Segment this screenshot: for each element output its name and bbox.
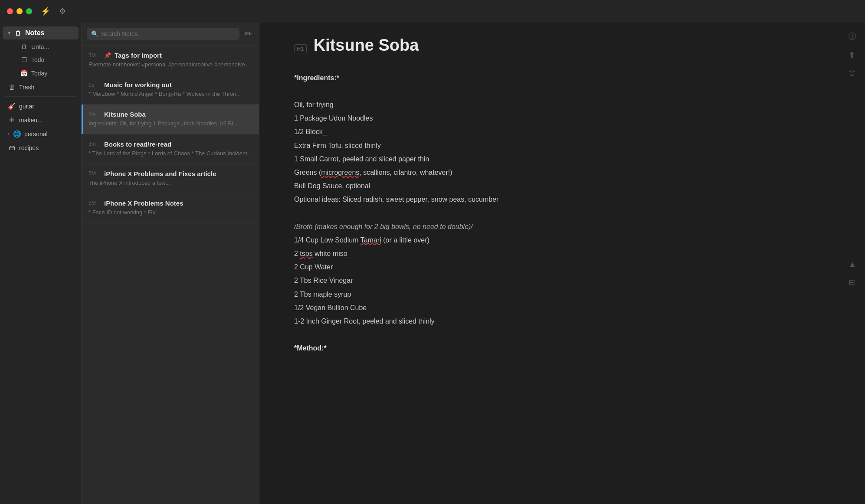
filter-icon[interactable]: ⚙ [59,7,66,16]
checkbox-icon: ☐ [20,56,28,64]
sidebar-item-makeup[interactable]: ✛ makeu... [3,114,79,127]
info-icon[interactable]: ⓘ [849,31,856,42]
share-icon[interactable]: ⬆ [849,50,856,60]
sidebar-item-todo[interactable]: ☐ Todo [15,53,79,66]
search-input-wrapper[interactable]: 🔍 [87,28,239,40]
note-item-iphone-notes[interactable]: 5M iPhone X Problems Notes * Face ID not… [82,193,259,223]
note-meta: 5M 📌 Tags for Import [88,52,252,59]
sidebar-item-label: Unta... [31,43,49,50]
broth-2: 2 tsps white miso [294,248,745,259]
ingredient-7: Bull Dog Sauce, optional [294,180,745,192]
broth-header: /Broth (makes enough for 2 big bowls, no… [294,223,473,230]
sidebar-trash-label: Trash [19,84,34,91]
note-time: 5M [88,52,101,59]
sidebar-item-today[interactable]: 📅 Today [15,67,79,80]
ingredient-8: Optional ideas: Sliced radish, sweet pep… [294,193,745,205]
broth-6: 1/2 Vegan Bullion Cube [294,302,745,314]
note-title: Kitsune Soba [104,111,146,118]
note-item-music-workout[interactable]: 0s Music for working out * Merzbow * Mor… [82,75,259,105]
titlebar-icons: ⚡ ⚙ [41,7,66,16]
note-time: 2m [88,111,101,118]
ingredients-header: *Ingredients:* [294,74,339,82]
ingredient-6: Greens (microgreens, scallions, cilantro… [294,167,745,178]
note-editor: H1 Kitsune Soba *Ingredients:* Oil, for … [259,23,780,382]
note-item-tags-import[interactable]: 5M 📌 Tags for Import Evernote notebooks:… [82,46,259,75]
note-content-area: ⓘ ⬆ 🗑 ▲ ⊟ H1 Kitsune Soba *Ingredients:*… [259,23,865,504]
notes-icon: 🗒 [14,29,22,37]
note-preview: * The Lord of the Rings * Lords of Chaos… [88,150,252,157]
chevron-right-icon: › [8,131,10,137]
note-title: iPhone X Problems and Fixes article [104,170,216,177]
broth-5: 2 Tbs maple syrup [294,288,745,300]
close-button[interactable] [7,8,13,14]
sidebar: ▾ 🗒 Notes 🗒 Unta... ☐ Todo 📅 Today 🗑 Tra… [0,23,82,504]
squiggle-tsps: tsps [300,250,312,257]
note-meta: 5M iPhone X Problems Notes [88,200,252,207]
sidebar-notes-label: Notes [25,29,44,37]
note-meta: 5M iPhone X Problems and Fixes article [88,170,252,177]
note-preview: The iPhone X introduced a few... [88,179,252,187]
sidebar-item-notes[interactable]: ▾ 🗒 Notes [3,26,79,39]
squiggle-microgreens: microgreens [321,169,359,176]
notes-list-panel: 🔍 ✏ 5M 📌 Tags for Import Evernote notebo… [82,23,259,504]
note-time: 5M [88,200,101,206]
note-body[interactable]: *Ingredients:* Oil, for frying 1 Package… [294,72,745,354]
format-icon[interactable]: ⊟ [849,278,856,287]
broth-1: 1/4 Cup Low Sodium Tamari (or a little o… [294,234,745,246]
ingredient-4: Extra Firm Tofu, sliced thinly [294,140,745,151]
traffic-lights [7,8,32,14]
makeup-icon: ✛ [8,116,16,124]
delete-icon[interactable]: 🗑 [849,69,856,78]
untitled-icon: 🗒 [20,43,28,50]
sidebar-item-untitled[interactable]: 🗒 Unta... [15,40,79,53]
sidebar-item-trash[interactable]: 🗑 Trash [3,81,79,93]
maximize-button[interactable] [26,8,32,14]
note-meta: 2m Kitsune Soba [88,111,252,118]
squiggle-tamari: Tamari [360,236,381,244]
broth-4: 2 Tbs Rice Vinegar [294,275,745,286]
note-preview: * Merzbow * Morbid Angel * Bong-Ra * Wol… [88,90,252,98]
pin-icon: 📌 [104,52,111,59]
note-meta: 0s Music for working out [88,81,252,88]
sidebar-item-label: recipes [19,144,39,151]
main-container: ▾ 🗒 Notes 🗒 Unta... ☐ Todo 📅 Today 🗑 Tra… [0,23,865,504]
note-toolbar: ⓘ ⬆ 🗑 ▲ ⊟ [849,23,856,287]
lightning-icon[interactable]: ⚡ [41,7,50,16]
titlebar: ⚡ ⚙ [0,0,865,23]
method-header: *Method:* [294,344,327,352]
note-meta: 3m Books to read/re-read [88,141,252,148]
note-time: 3m [88,141,101,147]
search-input[interactable] [101,30,235,37]
heading-label: H1 [294,44,307,53]
search-bar: 🔍 ✏ [82,23,259,46]
ingredient-1: Oil, for frying [294,99,745,111]
ingredient-3: 1/2 Block [294,126,745,137]
note-time: 5M [88,170,101,177]
sidebar-item-personal[interactable]: › 🌐 personal [3,128,79,141]
note-title: Music for working out [104,81,172,88]
sidebar-item-label: personal [24,131,48,137]
broth-7: 1-2 Inch Ginger Root, peeled and sliced … [294,315,745,327]
note-item-books-read[interactable]: 3m Books to read/re-read * The Lord of t… [82,134,259,164]
broth-3: 2 Cup Water [294,261,745,273]
sidebar-sub-items: 🗒 Unta... ☐ Todo 📅 Today [0,40,81,80]
chevron-down-icon: ▾ [8,30,10,36]
minimize-button[interactable] [16,8,23,14]
sidebar-item-recipes[interactable]: 🗃 recipes [3,141,79,154]
notes-list-scroll[interactable]: 5M 📌 Tags for Import Evernote notebooks:… [82,46,259,504]
cursor [323,128,327,135]
note-title: Books to read/re-read [104,141,171,148]
sidebar-item-label: makeu... [19,117,43,124]
note-item-iphone-problems[interactable]: 5M iPhone X Problems and Fixes article T… [82,164,259,193]
sidebar-divider [5,96,76,97]
note-time: 0s [88,82,101,88]
sidebar-item-guitar[interactable]: 🎸 guitar [3,100,79,113]
sidebar-item-label: guitar [19,103,34,110]
note-preview: Evernote notebooks: #personal #personalc… [88,61,252,69]
more-icon[interactable]: ▲ [849,260,856,269]
note-title-display[interactable]: Kitsune Soba [314,36,419,56]
note-item-kitsune-soba[interactable]: 2m Kitsune Soba Ingredients: Oil, for fr… [82,105,259,134]
note-preview: * Face ID not working * Fix: [88,209,252,216]
note-preview: Ingredients: Oil, for frying 1 Package U… [88,120,252,128]
new-note-button[interactable]: ✏ [243,27,254,41]
